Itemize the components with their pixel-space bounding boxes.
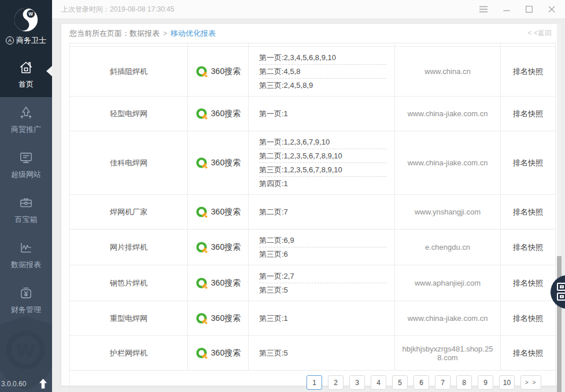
page-button[interactable]: 5 xyxy=(392,375,408,390)
snapshot-cell: 排名快照 xyxy=(501,195,555,229)
minimize-button[interactable] xyxy=(503,5,511,13)
rankings-cell: 第三页:1 xyxy=(249,301,395,335)
360-search-icon xyxy=(195,206,208,219)
brand-name: 商务卫士 xyxy=(16,35,46,46)
breadcrumb-current-link[interactable]: 移动优化报表 xyxy=(171,28,216,39)
360-search-icon xyxy=(195,277,208,290)
ranking-line: 第三页:2,4,5,8,9 xyxy=(259,79,386,92)
360-search-icon xyxy=(195,108,208,120)
keyword-cell: 佳科电焊网 xyxy=(70,131,188,194)
ranking-line: 第三页:5 xyxy=(259,283,386,297)
snapshot-link[interactable]: 排名快照 xyxy=(513,207,543,217)
page-button[interactable]: 4 xyxy=(371,375,386,390)
keyword-cell: 焊网机厂家 xyxy=(70,195,188,229)
engine-cell: 360搜索 xyxy=(188,47,249,96)
close-button[interactable] xyxy=(548,5,556,13)
page-button[interactable]: 7 xyxy=(435,375,450,390)
snapshot-link[interactable]: 排名快照 xyxy=(513,278,543,289)
watermark-letter: W xyxy=(16,340,34,361)
rankings-cell: 第一页:1,2,3,6,7,9,10第二页:1,2,3,5,6,7,8,9,10… xyxy=(249,131,395,194)
vertical-scrollbar-track[interactable] xyxy=(557,23,562,392)
rankings-cell: 第三页:5 xyxy=(249,336,395,370)
app-logo-icon: W xyxy=(13,7,39,32)
snapshot-link[interactable]: 排名快照 xyxy=(513,242,543,253)
keyword-cell: 护栏网焊机 xyxy=(70,336,188,370)
page-button[interactable]: 3 xyxy=(349,375,365,390)
sidebar-item-label: 数据报表 xyxy=(11,260,41,270)
url-cell xyxy=(395,43,501,46)
sidebar: W A 商务卫士 首页 商贸推广 xyxy=(0,0,52,392)
url-cell: www.china-jiake.com.cn xyxy=(395,301,501,335)
keyword-cell: 网片排焊机 xyxy=(70,230,188,265)
engine-label: 360搜索 xyxy=(211,313,241,324)
table-row: 钢笆片焊机 360搜索 第一页:2,7第三页:5 www.aphanjieji.… xyxy=(70,265,555,301)
url-cell: www.aphanjieji.com xyxy=(395,265,501,301)
ranking-line: 第二页:6,9 xyxy=(259,234,386,247)
treasure-box-icon xyxy=(19,195,34,210)
page-button[interactable]: 6 xyxy=(413,375,429,390)
url-cell: www.ynshangji.com xyxy=(395,195,501,229)
sidebar-item-trade-promo[interactable]: 商贸推广 xyxy=(0,97,52,142)
back-link[interactable]: < <返回 xyxy=(528,28,552,38)
engine-label: 360搜索 xyxy=(211,158,241,168)
snapshot-cell: 排名快照 xyxy=(501,265,555,301)
breadcrumb-label: 您当前所在页面： xyxy=(69,28,130,39)
table-row: 重型电焊网 360搜索 第三页:1 www.china-jiake.com.cn… xyxy=(70,301,555,336)
sidebar-nav: 首页 商贸推广 超级网站 百宝箱 xyxy=(0,52,52,323)
sidebar-item-data-report[interactable]: 数据报表 xyxy=(0,232,52,278)
maximize-button[interactable] xyxy=(525,5,533,13)
next-page-button[interactable]: > > xyxy=(520,375,541,390)
brand-row: A 商务卫士 xyxy=(6,35,46,46)
sidebar-item-home[interactable]: 首页 xyxy=(0,52,52,97)
ranking-line: 第四页:1 xyxy=(259,177,386,190)
page-button[interactable]: 8 xyxy=(456,375,472,390)
url-cell: hbjkhjsbyxzrgs481.shop.258.com xyxy=(395,336,501,370)
snapshot-link[interactable]: 排名快照 xyxy=(513,66,543,77)
page-button[interactable]: 2 xyxy=(328,375,344,390)
page-button[interactable]: 10 xyxy=(499,375,515,390)
sidebar-item-label: 财务管理 xyxy=(11,305,41,315)
table-row: 轻型电焊网 360搜索 第一页:1 www.china-jiake.com.cn… xyxy=(70,97,555,131)
last-login-text: 上次登录时间：2019-08-08 17:30:45 xyxy=(61,5,174,14)
sidebar-item-super-website[interactable]: 超级网站 xyxy=(0,142,52,187)
engine-label: 360搜索 xyxy=(211,242,241,253)
url-cell: www.china-jiake.com.cn xyxy=(395,131,501,194)
url-cell: www.china-jiake.com.cn xyxy=(395,97,501,131)
rankings-cell: 第一页:1 xyxy=(249,97,395,131)
content-panel: 您当前所在页面： 数据报表 > 移动优化报表 < <返回 斜插阻焊机 360搜索… xyxy=(61,23,562,386)
page-button[interactable]: 1 xyxy=(306,375,322,390)
keyword-cell: 斜插阻焊机 xyxy=(70,47,188,96)
circled-a-icon: A xyxy=(6,36,14,45)
360-search-icon xyxy=(195,312,208,325)
breadcrumb: 您当前所在页面： 数据报表 > 移动优化报表 < <返回 xyxy=(61,24,561,43)
rankings-cell: 第一页:2,3,4,5,6,8,9,10第二页:4,5,8第三页:2,4,5,8… xyxy=(249,47,395,96)
version-row: 3.0.0.60 xyxy=(1,378,47,389)
snapshot-link[interactable]: 排名快照 xyxy=(513,109,543,119)
360-search-icon xyxy=(195,157,208,169)
version-text: 3.0.0.60 xyxy=(1,380,26,388)
table-row: 网片排焊机 360搜索 第二页:6,9第三页:6 e.chengdu.cn 排名… xyxy=(70,230,555,265)
snapshot-link[interactable]: 排名快照 xyxy=(513,348,543,358)
ranking-line: 第三页:1 xyxy=(259,312,386,325)
active-item-arrow-icon xyxy=(46,66,52,76)
snapshot-cell: 排名快照 xyxy=(501,230,555,265)
app-logo-area: W A 商务卫士 xyxy=(0,0,52,52)
window-controls xyxy=(479,5,565,13)
keyword-cell: 轻型电焊网 xyxy=(70,97,188,131)
sidebar-item-finance[interactable]: 财务管理 xyxy=(0,278,52,323)
snapshot-cell: 排名快照 xyxy=(501,131,555,194)
data-report-icon xyxy=(19,241,34,256)
update-arrow-button[interactable] xyxy=(39,378,47,389)
snapshot-cell xyxy=(501,43,555,46)
snapshot-link[interactable]: 排名快照 xyxy=(513,158,543,168)
super-website-icon xyxy=(19,150,34,165)
rankings-cell xyxy=(249,43,395,46)
engine-cell: 360搜索 xyxy=(188,195,249,229)
page-button[interactable]: 9 xyxy=(478,375,493,390)
engine-label: 360搜索 xyxy=(211,348,241,358)
sidebar-item-treasure-box[interactable]: 百宝箱 xyxy=(0,187,52,232)
menu-button[interactable] xyxy=(479,5,488,13)
keyword-cell xyxy=(70,43,188,46)
minimize-icon xyxy=(503,5,511,13)
snapshot-link[interactable]: 排名快照 xyxy=(513,313,543,324)
